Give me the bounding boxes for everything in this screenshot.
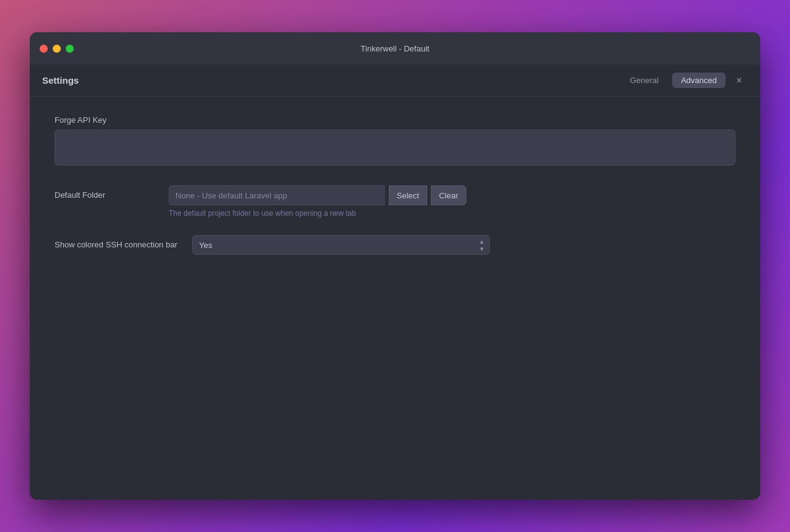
toolbar-right: General Advanced × bbox=[621, 72, 748, 89]
settings-content: Forge API Key Default Folder Select Clea… bbox=[30, 97, 760, 500]
default-folder-label: Default Folder bbox=[55, 185, 154, 200]
traffic-lights bbox=[40, 45, 74, 53]
settings-toolbar: Settings General Advanced × bbox=[30, 64, 760, 97]
folder-hint: The default project folder to use when o… bbox=[169, 209, 466, 218]
forge-api-section: Forge API Key bbox=[55, 115, 735, 168]
ssh-color-row: Show colored SSH connection bar Yes No ▲… bbox=[55, 235, 735, 255]
tab-general[interactable]: General bbox=[621, 73, 667, 88]
ssh-color-select-wrapper: Yes No ▲ ▼ bbox=[192, 235, 490, 255]
ssh-color-content: Yes No ▲ ▼ bbox=[192, 235, 490, 255]
ssh-color-select[interactable]: Yes No bbox=[192, 235, 490, 255]
main-window: Tinkerwell - Default Settings General Ad… bbox=[30, 32, 760, 500]
clear-folder-button[interactable]: Clear bbox=[431, 185, 466, 205]
window-title: Tinkerwell - Default bbox=[361, 44, 430, 53]
forge-api-input[interactable] bbox=[55, 130, 735, 166]
select-folder-button[interactable]: Select bbox=[389, 185, 427, 205]
title-bar: Tinkerwell - Default bbox=[30, 32, 760, 64]
settings-title: Settings bbox=[42, 75, 79, 86]
close-settings-button[interactable]: × bbox=[730, 72, 748, 89]
forge-api-label: Forge API Key bbox=[55, 115, 735, 125]
maximize-traffic-light[interactable] bbox=[66, 45, 74, 53]
minimize-traffic-light[interactable] bbox=[53, 45, 61, 53]
close-traffic-light[interactable] bbox=[40, 45, 48, 53]
default-folder-row: Default Folder Select Clear The default … bbox=[55, 185, 735, 218]
folder-path-input[interactable] bbox=[169, 185, 385, 205]
default-folder-content: Select Clear The default project folder … bbox=[169, 185, 466, 218]
tab-advanced[interactable]: Advanced bbox=[672, 73, 726, 88]
folder-input-row: Select Clear bbox=[169, 185, 466, 205]
ssh-color-label: Show colored SSH connection bar bbox=[55, 235, 177, 249]
